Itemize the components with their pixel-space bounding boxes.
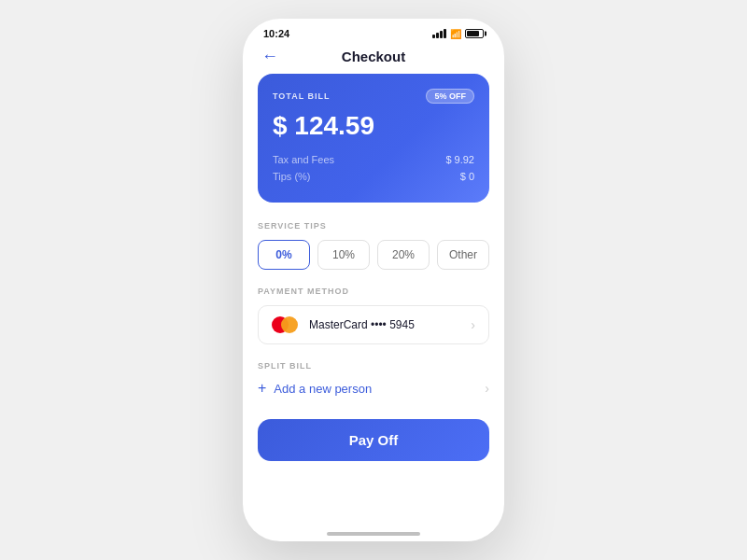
home-indicator [243,525,504,541]
wifi-icon: 📶 [450,29,461,39]
time-display: 10:24 [263,28,289,39]
tip-20-button[interactable]: 20% [377,240,430,270]
tips-row: Tips (%) $ 0 [273,171,474,182]
tip-other-button[interactable]: Other [437,240,489,270]
card-name: MasterCard •••• 5945 [309,318,415,331]
tips-label: Tips (%) [273,171,311,182]
tax-row: Tax and Fees $ 9.92 [273,154,474,165]
chevron-right-icon: › [471,317,475,332]
home-bar [327,532,420,536]
header: ← Checkout [243,45,504,74]
tips-value: $ 0 [460,171,474,182]
bill-card: TOTAL BILL 5% OFF $ 124.59 Tax and Fees … [258,74,489,203]
battery-icon [465,29,484,38]
tips-buttons: 0% 10% 20% Other [258,240,489,270]
tax-label: Tax and Fees [273,154,334,165]
status-bar: 10:24 📶 [243,19,504,45]
total-bill-label: TOTAL BILL [273,91,331,101]
tips-section: SERVICE TIPS 0% 10% 20% Other [258,221,489,270]
total-amount: $ 124.59 [273,111,474,141]
plus-icon: + [258,380,266,397]
tips-section-label: SERVICE TIPS [258,221,489,231]
add-person-left: + Add a new person [258,380,372,397]
split-bill-section: SPLIT BILL + Add a new person › [258,361,489,397]
back-button[interactable]: ← [261,47,278,66]
signal-icon [432,29,446,38]
mastercard-icon [272,315,300,334]
payment-section-label: PAYMENT METHOD [258,287,489,296]
add-person-label: Add a new person [274,382,372,396]
split-bill-label: SPLIT BILL [258,361,489,371]
main-content: TOTAL BILL 5% OFF $ 124.59 Tax and Fees … [243,74,504,525]
discount-badge: 5% OFF [426,89,474,104]
payment-method-row[interactable]: MasterCard •••• 5945 › [258,305,489,344]
split-chevron-icon: › [485,381,489,396]
tip-10-button[interactable]: 10% [317,240,370,270]
pay-button[interactable]: Pay Off [258,419,489,461]
payment-section: PAYMENT METHOD MasterCard •••• 5945 › [258,287,489,344]
status-icons: 📶 [432,29,484,39]
phone-frame: 10:24 📶 ← Checkout TOTAL BILL 5% OFF [243,19,504,541]
tip-0-button[interactable]: 0% [258,240,310,270]
page-title: Checkout [342,49,405,64]
tax-value: $ 9.92 [445,154,474,165]
payment-left: MasterCard •••• 5945 [272,315,415,334]
add-person-row[interactable]: + Add a new person › [258,380,489,397]
bill-card-header: TOTAL BILL 5% OFF [273,89,474,104]
